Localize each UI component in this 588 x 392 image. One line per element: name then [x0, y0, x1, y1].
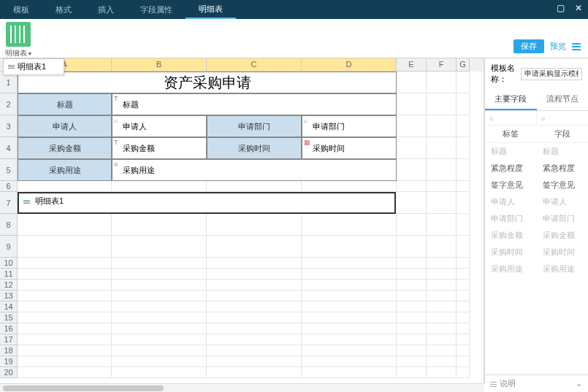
field-purpose[interactable]: ≡采购用途 — [112, 159, 397, 181]
detail-table-name: 明细表1 — [35, 196, 64, 205]
field-title[interactable]: T标题 — [112, 93, 397, 115]
search-field-input[interactable]: ⌕ — [537, 111, 588, 125]
search-icon: ⌕ — [114, 117, 121, 124]
menubar: 模板 格式 插入 字段属性 明细表 ▢ ✕ — [0, 0, 588, 19]
field-time[interactable]: ▦采购时间 — [302, 137, 397, 159]
col-header-c[interactable]: C — [207, 58, 302, 72]
row-header-19[interactable]: 19 — [0, 356, 18, 367]
list-toggle-icon[interactable] — [572, 43, 581, 50]
preview-button[interactable]: 预览 — [550, 41, 566, 52]
label-amount[interactable]: 采购金额 — [18, 137, 112, 159]
row-header-7[interactable]: 7 — [0, 192, 18, 214]
window-restore-icon[interactable]: ▢ — [557, 3, 565, 13]
column-headers: A B C D E F G — [0, 58, 484, 72]
dropdown-item-label: 明细表1 — [18, 61, 46, 72]
row-header-9[interactable]: 9 — [0, 236, 18, 258]
col-header-d[interactable]: D — [302, 58, 397, 72]
detail-table-icon — [6, 22, 31, 47]
sidebar: 模板名称： 主要字段 流程节点 ⌕ ⌕ 标签 字段 标题标题 紧急程度紧急程度 … — [484, 58, 588, 383]
window-close-icon[interactable]: ✕ — [575, 3, 582, 13]
sidebar-tab-mainfields[interactable]: 主要字段 — [485, 89, 537, 110]
menu-tab-detail[interactable]: 明细表 — [186, 0, 236, 19]
chevron-down-icon: ⌄ — [576, 379, 582, 388]
label-dept[interactable]: 申请部门 — [207, 115, 302, 137]
list-icon — [490, 382, 497, 387]
text-field-icon: T — [114, 95, 121, 102]
col-header-e[interactable]: E — [397, 58, 427, 72]
menu-tab-fieldprops[interactable]: 字段属性 — [127, 0, 186, 19]
form-title[interactable]: 资产采购申请 — [18, 72, 397, 93]
row-header-16[interactable]: 16 — [0, 323, 18, 334]
save-button[interactable]: 保存 — [513, 39, 544, 53]
col-header-b[interactable]: B — [112, 58, 207, 72]
detail-list-icon — [23, 200, 30, 204]
label-applicant[interactable]: 申请人 — [18, 115, 112, 137]
field-dept[interactable]: ⌕申请部门 — [302, 115, 397, 137]
menu-tab-format[interactable]: 格式 — [42, 0, 85, 19]
menu-tab-insert[interactable]: 插入 — [85, 0, 127, 19]
detail-table-label: 明细表 — [0, 48, 37, 58]
scrollbar-thumb[interactable] — [3, 385, 164, 391]
field-list: 标题标题 紧急程度紧急程度 签字意见签字意见 申请人申请人 申请部门申请部门 采… — [485, 143, 588, 277]
row-header-14[interactable]: 14 — [0, 301, 18, 312]
row-header-17[interactable]: 17 — [0, 334, 18, 345]
date-field-icon: ▦ — [304, 139, 311, 146]
row-header-4[interactable]: 4 — [0, 137, 18, 159]
row-header-10[interactable]: 10 — [0, 258, 18, 269]
template-name-input[interactable] — [521, 68, 582, 80]
detail-table-button[interactable]: 明细表 — [0, 19, 37, 58]
template-name-label: 模板名称： — [491, 63, 518, 85]
row-header-12[interactable]: 12 — [0, 280, 18, 291]
list-icon — [8, 65, 15, 69]
field-row[interactable]: 采购用途采购用途 — [485, 261, 588, 277]
field-applicant[interactable]: ⌕申请人 — [112, 115, 207, 137]
field-row[interactable]: 紧急程度紧急程度 — [485, 160, 588, 177]
label-time[interactable]: 采购时间 — [207, 137, 302, 159]
field-row[interactable]: 采购金额采购金额 — [485, 227, 588, 244]
label-title[interactable]: 标题 — [18, 93, 112, 115]
row-header-20[interactable]: 20 — [0, 367, 18, 378]
field-header-field: 字段 — [537, 126, 589, 142]
search-icon: ⌕ — [304, 117, 311, 124]
col-header-g[interactable]: G — [457, 58, 470, 72]
row-header-6[interactable]: 6 — [0, 181, 18, 192]
sidebar-tab-flownodes[interactable]: 流程节点 — [537, 89, 589, 110]
row-header-5[interactable]: 5 — [0, 159, 18, 181]
text-field-icon: T — [114, 139, 121, 146]
row-header-18[interactable]: 18 — [0, 345, 18, 356]
grid-body[interactable]: 1 资产采购申请 2 标题 T标题 3 申请人 ⌕申请人 申请部门 ⌕申请部门 … — [0, 72, 484, 383]
row-header-2[interactable]: 2 — [0, 93, 18, 115]
field-row[interactable]: 申请部门申请部门 — [485, 210, 588, 227]
field-row[interactable]: 申请人申请人 — [485, 193, 588, 210]
field-row[interactable]: 签字意见签字意见 — [485, 177, 588, 193]
field-header-label: 标签 — [485, 126, 537, 142]
row-header-11[interactable]: 11 — [0, 269, 18, 280]
horizontal-scrollbar[interactable] — [0, 383, 484, 392]
toolbar: 明细表 保存 预览 — [0, 19, 588, 58]
detail-dropdown: 明细表1 — [3, 58, 64, 75]
col-header-f[interactable]: F — [427, 58, 457, 72]
row-header-13[interactable]: 13 — [0, 291, 18, 301]
row-header-15[interactable]: 15 — [0, 312, 18, 323]
row-header-3[interactable]: 3 — [0, 115, 18, 137]
field-row[interactable]: 标题标题 — [485, 143, 588, 160]
footer-help-bar[interactable]: 说明 ⌄ — [484, 374, 588, 392]
label-purpose[interactable]: 采购用途 — [18, 159, 112, 181]
field-amount[interactable]: T采购金额 — [112, 137, 207, 159]
spreadsheet-area: A B C D E F G 1 资产采购申请 2 标题 T标题 3 申请人 ⌕申… — [0, 58, 484, 383]
row-header-8[interactable]: 8 — [0, 214, 18, 236]
field-row[interactable]: 采购时间采购时间 — [485, 244, 588, 261]
menu-tab-template[interactable]: 模板 — [0, 0, 42, 19]
textarea-icon: ≡ — [114, 161, 121, 168]
detail-table-band[interactable]: 明细表1 — [18, 192, 396, 214]
search-label-input[interactable]: ⌕ — [485, 111, 537, 125]
dropdown-item-detail1[interactable]: 明细表1 — [4, 59, 64, 74]
footer-label: 说明 — [500, 379, 516, 388]
